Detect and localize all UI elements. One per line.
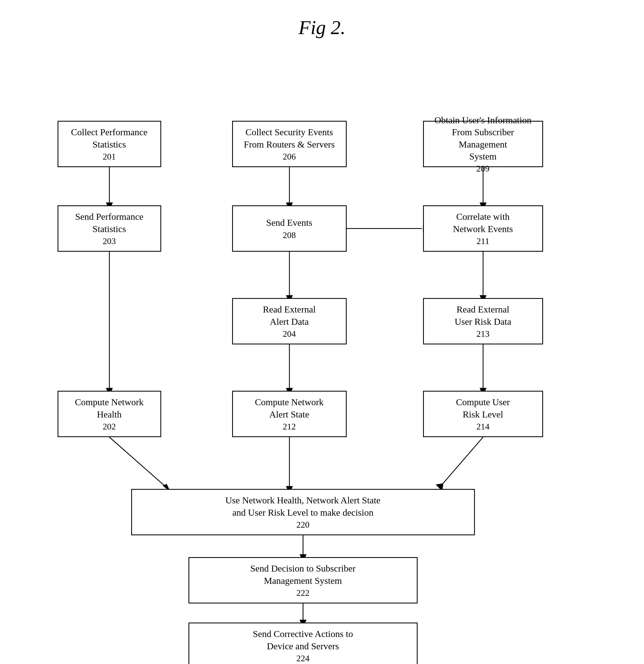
page-title: Fig 2. [0,0,644,61]
box-208: Send Events 208 [232,205,347,252]
box-204: Read ExternalAlert Data 204 [232,298,347,345]
box-209: Obtain User's InformationFrom Subscriber… [423,121,543,167]
box-220: Use Network Health, Network Alert Statea… [131,489,475,535]
svg-line-23 [439,437,483,487]
box-213: Read ExternalUser Risk Data 213 [423,298,543,345]
box-224: Send Corrective Actions toDevice and Ser… [188,623,418,664]
box-222: Send Decision to SubscriberManagement Sy… [188,557,418,603]
box-202: Compute NetworkHealth 202 [58,391,161,437]
diagram: Collect Performance Statistics 201 Colle… [36,61,608,661]
box-203: Send PerformanceStatistics 203 [58,205,161,252]
box-201: Collect Performance Statistics 201 [58,121,161,167]
box-214: Compute UserRisk Level 214 [423,391,543,437]
box-211: Correlate withNetwork Events 211 [423,205,543,252]
box-206: Collect Security Events From Routers & S… [232,121,347,167]
svg-line-19 [109,437,167,487]
box-212: Compute NetworkAlert State 212 [232,391,347,437]
